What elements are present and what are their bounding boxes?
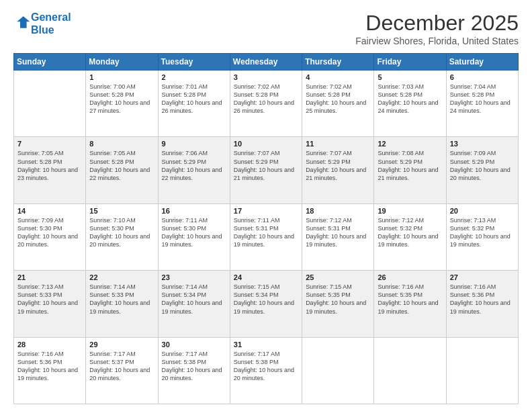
header-row: SundayMondayTuesdayWednesdayThursdayFrid… <box>14 54 519 71</box>
day-cell: 11Sunrise: 7:07 AMSunset: 5:29 PMDayligh… <box>302 137 374 203</box>
day-cell: 14Sunrise: 7:09 AMSunset: 5:30 PMDayligh… <box>14 203 86 270</box>
cell-info: Sunrise: 7:16 AMSunset: 5:36 PMDaylight:… <box>450 283 515 316</box>
day-number: 24 <box>234 273 298 281</box>
week-row: 7Sunrise: 7:05 AMSunset: 5:28 PMDaylight… <box>14 137 519 203</box>
day-cell: 16Sunrise: 7:11 AMSunset: 5:30 PMDayligh… <box>158 203 230 270</box>
cell-info: Sunrise: 7:08 AMSunset: 5:29 PMDaylight:… <box>378 149 442 182</box>
cell-info: Sunrise: 7:09 AMSunset: 5:30 PMDaylight:… <box>17 216 82 249</box>
day-cell: 18Sunrise: 7:12 AMSunset: 5:31 PMDayligh… <box>302 203 374 270</box>
cell-info: Sunrise: 7:12 AMSunset: 5:31 PMDaylight:… <box>306 216 370 249</box>
cell-info: Sunrise: 7:07 AMSunset: 5:29 PMDaylight:… <box>234 149 298 182</box>
day-number: 30 <box>162 340 226 349</box>
day-number: 11 <box>306 140 370 148</box>
day-header: Friday <box>374 54 446 71</box>
location: Fairview Shores, Florida, United States <box>355 36 519 46</box>
cell-info: Sunrise: 7:14 AMSunset: 5:33 PMDaylight:… <box>89 283 154 316</box>
day-number: 4 <box>306 73 370 81</box>
calendar: SundayMondayTuesdayWednesdayThursdayFrid… <box>13 53 519 404</box>
day-cell: 23Sunrise: 7:14 AMSunset: 5:34 PMDayligh… <box>158 271 230 337</box>
cell-info: Sunrise: 7:05 AMSunset: 5:28 PMDaylight:… <box>17 149 82 182</box>
week-row: 1Sunrise: 7:00 AMSunset: 5:28 PMDaylight… <box>14 71 519 137</box>
cell-info: Sunrise: 7:02 AMSunset: 5:28 PMDaylight:… <box>306 83 370 116</box>
day-cell: 31Sunrise: 7:17 AMSunset: 5:38 PMDayligh… <box>230 337 302 404</box>
day-cell: 30Sunrise: 7:17 AMSunset: 5:38 PMDayligh… <box>158 337 230 404</box>
header: General Blue December 2025 Fairview Shor… <box>13 11 519 46</box>
day-number: 16 <box>162 207 226 215</box>
cell-info: Sunrise: 7:15 AMSunset: 5:34 PMDaylight:… <box>234 283 298 316</box>
day-number: 9 <box>162 140 226 148</box>
day-cell <box>14 71 86 137</box>
day-header: Tuesday <box>158 54 230 71</box>
cell-info: Sunrise: 7:07 AMSunset: 5:29 PMDaylight:… <box>306 149 370 182</box>
day-cell: 13Sunrise: 7:09 AMSunset: 5:29 PMDayligh… <box>446 137 518 203</box>
day-cell: 25Sunrise: 7:15 AMSunset: 5:35 PMDayligh… <box>302 271 374 337</box>
day-number: 29 <box>89 340 154 349</box>
svg-marker-0 <box>17 16 30 28</box>
logo-text: General Blue <box>31 11 71 36</box>
cell-info: Sunrise: 7:16 AMSunset: 5:36 PMDaylight:… <box>17 350 82 383</box>
day-number: 13 <box>450 140 515 148</box>
day-cell: 15Sunrise: 7:10 AMSunset: 5:30 PMDayligh… <box>86 203 158 270</box>
week-row: 21Sunrise: 7:13 AMSunset: 5:33 PMDayligh… <box>14 271 519 337</box>
day-cell <box>446 337 518 404</box>
cell-info: Sunrise: 7:11 AMSunset: 5:31 PMDaylight:… <box>234 216 298 249</box>
cell-info: Sunrise: 7:15 AMSunset: 5:35 PMDaylight:… <box>306 283 370 316</box>
week-row: 14Sunrise: 7:09 AMSunset: 5:30 PMDayligh… <box>14 203 519 270</box>
day-number: 14 <box>17 207 82 215</box>
day-number: 27 <box>450 273 515 281</box>
cell-info: Sunrise: 7:17 AMSunset: 5:38 PMDaylight:… <box>162 350 226 383</box>
day-cell: 21Sunrise: 7:13 AMSunset: 5:33 PMDayligh… <box>14 271 86 337</box>
day-number: 2 <box>162 73 226 81</box>
day-number: 12 <box>378 140 442 148</box>
day-number: 7 <box>17 140 82 148</box>
day-cell: 1Sunrise: 7:00 AMSunset: 5:28 PMDaylight… <box>86 71 158 137</box>
day-cell: 6Sunrise: 7:04 AMSunset: 5:28 PMDaylight… <box>446 71 518 137</box>
cell-info: Sunrise: 7:03 AMSunset: 5:28 PMDaylight:… <box>378 83 442 116</box>
day-number: 25 <box>306 273 370 281</box>
title-block: December 2025 Fairview Shores, Florida, … <box>355 11 519 46</box>
day-cell: 20Sunrise: 7:13 AMSunset: 5:32 PMDayligh… <box>446 203 518 270</box>
day-cell: 24Sunrise: 7:15 AMSunset: 5:34 PMDayligh… <box>230 271 302 337</box>
day-cell: 10Sunrise: 7:07 AMSunset: 5:29 PMDayligh… <box>230 137 302 203</box>
cell-info: Sunrise: 7:01 AMSunset: 5:28 PMDaylight:… <box>162 83 226 116</box>
logo-line2: Blue <box>31 24 54 36</box>
day-number: 5 <box>378 73 442 81</box>
cell-info: Sunrise: 7:16 AMSunset: 5:35 PMDaylight:… <box>378 283 442 316</box>
day-number: 20 <box>450 207 515 215</box>
day-cell: 8Sunrise: 7:05 AMSunset: 5:28 PMDaylight… <box>86 137 158 203</box>
cell-info: Sunrise: 7:02 AMSunset: 5:28 PMDaylight:… <box>234 83 298 116</box>
day-number: 8 <box>89 140 154 148</box>
day-number: 28 <box>17 340 82 349</box>
logo-line1: General <box>31 11 71 23</box>
day-number: 19 <box>378 207 442 215</box>
day-cell: 17Sunrise: 7:11 AMSunset: 5:31 PMDayligh… <box>230 203 302 270</box>
day-cell: 19Sunrise: 7:12 AMSunset: 5:32 PMDayligh… <box>374 203 446 270</box>
logo-icon <box>15 14 31 30</box>
day-header: Monday <box>86 54 158 71</box>
day-cell: 22Sunrise: 7:14 AMSunset: 5:33 PMDayligh… <box>86 271 158 337</box>
day-header: Sunday <box>14 54 86 71</box>
day-cell: 12Sunrise: 7:08 AMSunset: 5:29 PMDayligh… <box>374 137 446 203</box>
cell-info: Sunrise: 7:13 AMSunset: 5:33 PMDaylight:… <box>17 283 82 316</box>
cell-info: Sunrise: 7:10 AMSunset: 5:30 PMDaylight:… <box>89 216 154 249</box>
day-cell: 29Sunrise: 7:17 AMSunset: 5:37 PMDayligh… <box>86 337 158 404</box>
day-number: 22 <box>89 273 154 281</box>
cell-info: Sunrise: 7:13 AMSunset: 5:32 PMDaylight:… <box>450 216 515 249</box>
cell-info: Sunrise: 7:12 AMSunset: 5:32 PMDaylight:… <box>378 216 442 249</box>
day-cell: 28Sunrise: 7:16 AMSunset: 5:36 PMDayligh… <box>14 337 86 404</box>
cell-info: Sunrise: 7:09 AMSunset: 5:29 PMDaylight:… <box>450 149 515 182</box>
day-number: 31 <box>234 340 298 349</box>
month-title: December 2025 <box>355 11 519 36</box>
day-cell: 27Sunrise: 7:16 AMSunset: 5:36 PMDayligh… <box>446 271 518 337</box>
day-header: Thursday <box>302 54 374 71</box>
day-cell <box>374 337 446 404</box>
day-header: Saturday <box>446 54 518 71</box>
logo: General Blue <box>13 11 71 36</box>
day-cell: 4Sunrise: 7:02 AMSunset: 5:28 PMDaylight… <box>302 71 374 137</box>
day-cell: 26Sunrise: 7:16 AMSunset: 5:35 PMDayligh… <box>374 271 446 337</box>
day-cell: 5Sunrise: 7:03 AMSunset: 5:28 PMDaylight… <box>374 71 446 137</box>
day-header: Wednesday <box>230 54 302 71</box>
day-cell: 9Sunrise: 7:06 AMSunset: 5:29 PMDaylight… <box>158 137 230 203</box>
cell-info: Sunrise: 7:14 AMSunset: 5:34 PMDaylight:… <box>162 283 226 316</box>
day-cell: 7Sunrise: 7:05 AMSunset: 5:28 PMDaylight… <box>14 137 86 203</box>
